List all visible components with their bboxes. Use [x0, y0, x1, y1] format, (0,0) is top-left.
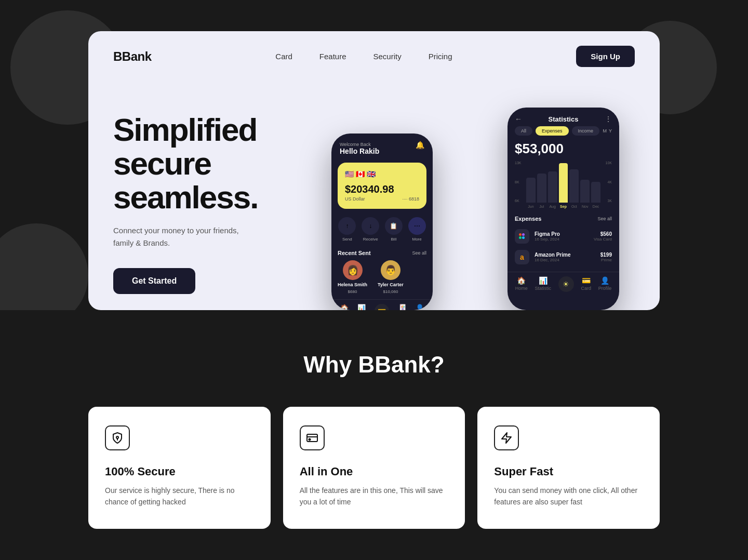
feature-secure: 100% Secure Our service is highly secure… — [88, 407, 271, 529]
p1-person-name-0: Helena Smith — [338, 282, 367, 287]
p1-nav-profile[interactable]: 👤 — [416, 304, 424, 310]
amazon-info: Amazon Prime 16 Dec, 2024 — [535, 252, 595, 262]
phone-home: Welcome Back Hello Rakib 🔔 🇺🇸🇨🇦🇬🇧 $20340… — [331, 134, 433, 310]
p1-person-amount-0: $680 — [348, 289, 357, 294]
tab-expenses[interactable]: Expenses — [536, 126, 569, 136]
expense-figma: Figma Pro 16 Sep, 2024 $560 Visa Card — [507, 226, 619, 247]
p1-action-receive[interactable]: ↓ Receive — [362, 217, 379, 242]
home-icon: 🏠 — [340, 304, 349, 310]
p1-card-num: ···· 6818 — [402, 196, 419, 202]
send-icon: ↑ — [338, 217, 356, 235]
card-icon: 🃏 — [398, 304, 407, 310]
p1-actions: ↑ Send ↓ Receive 📋 Bill ⋯ More — [331, 212, 433, 247]
bar-jun — [526, 178, 536, 203]
more-icon: ⋯ — [408, 217, 426, 235]
p1-see-all[interactable]: See all — [412, 250, 426, 256]
why-title: Why BBank? — [88, 352, 660, 378]
feature-fast-title: Super Fast — [494, 465, 643, 478]
period-y[interactable]: Y — [609, 128, 612, 134]
feature-allinone-desc: All the features are in this one, This w… — [300, 485, 449, 508]
signup-button[interactable]: Sign Up — [576, 46, 635, 67]
svg-point-6 — [309, 439, 310, 441]
p2-nav-profile[interactable]: 👤 Profile — [598, 276, 612, 293]
bar-nov-fill — [580, 180, 590, 203]
p1-bottom-nav: 🏠 📊 💳 🃏 👤 — [331, 299, 433, 310]
p2-bar-labels: Jun Jul Aug Sep Oct Nov Dec — [526, 205, 600, 208]
p2-big-amount: $53,000 — [507, 141, 619, 161]
bar-aug — [548, 171, 557, 203]
phones-container: Welcome Back Hello Rakib 🔔 🇺🇸🇨🇦🇬🇧 $20340… — [331, 92, 635, 310]
p1-name: Hello Rakib — [340, 147, 424, 155]
nav-item-pricing[interactable]: Pricing — [429, 52, 452, 61]
profile-icon: 👤 — [416, 304, 424, 310]
nav-item-card[interactable]: Card — [275, 52, 292, 61]
p2-bottom-nav: 🏠 Home 📊 Statistic ☀ 💳 Card — [507, 272, 619, 297]
stat-icon: 📊 — [357, 304, 366, 310]
p1-welcome: Welcome Back — [340, 142, 424, 147]
p1-recent: Recent Sent See all 👩 Helena Smith $680 … — [331, 247, 433, 297]
recent-title: Recent Sent — [338, 250, 371, 256]
p2-see-all[interactable]: See all — [597, 216, 612, 221]
more-options-icon[interactable]: ⋮ — [605, 115, 612, 123]
feature-secure-title: 100% Secure — [105, 465, 254, 478]
expense-amazon: a Amazon Prime 16 Dec, 2024 $199 Prime — [507, 247, 619, 268]
p2-nav-home[interactable]: 🏠 Home — [515, 276, 528, 293]
back-icon[interactable]: ← — [515, 115, 522, 123]
allinone-icon-wrap — [300, 425, 325, 450]
p1-nav-stat[interactable]: 📊 — [357, 304, 366, 310]
profile-nav-icon: 👤 — [600, 276, 609, 285]
p1-nav-card[interactable]: 🃏 — [398, 304, 407, 310]
bar-jul — [537, 174, 546, 203]
hero-subtitle: Connect your money to your friends, fami… — [113, 224, 259, 249]
hero-text: Simplified secure seamless. Connect your… — [113, 92, 311, 294]
p2-bars — [526, 161, 600, 203]
svg-rect-5 — [307, 434, 317, 442]
card-nav-icon: 💳 — [582, 276, 591, 285]
nav-item-security[interactable]: Security — [373, 52, 402, 61]
p2-expenses-title: Expenses — [515, 216, 541, 222]
svg-rect-1 — [519, 236, 522, 239]
p1-card: 🇺🇸🇨🇦🇬🇧 $20340.98 US Dollar ···· 6818 — [338, 163, 426, 209]
bar-dec — [591, 182, 600, 203]
feature-allinone: All in One All the features are in this … — [283, 407, 465, 529]
nav-item-feature[interactable]: Feature — [319, 52, 346, 61]
p1-action-send[interactable]: ↑ Send — [338, 217, 356, 242]
hero-section: BBank Card Feature Security Pricing Sign… — [88, 31, 660, 310]
receive-icon: ↓ — [362, 217, 379, 235]
bill-icon: 📋 — [385, 217, 403, 235]
svg-point-3 — [522, 236, 525, 239]
p2-statistics-title: Statistics — [549, 115, 579, 123]
p2-header: ← Statistics ⋮ — [507, 108, 619, 126]
p1-nav-pay[interactable]: 💳 — [375, 304, 389, 310]
secure-icon-wrap — [105, 425, 130, 450]
p1-action-more[interactable]: ⋯ More — [408, 217, 426, 242]
p2-chart-area: 13K 8K 6K 10K 4K 3K — [507, 161, 619, 208]
p2-nav-card[interactable]: 💳 Card — [581, 276, 591, 293]
figma-icon — [515, 229, 529, 244]
p2-expenses-header: Expenses See all — [507, 212, 619, 226]
feature-fast-desc: You can send money with one click, All o… — [494, 485, 643, 508]
logo: BBank — [113, 49, 152, 64]
get-started-button[interactable]: Get Started — [113, 268, 195, 294]
p1-action-bill[interactable]: 📋 Bill — [385, 217, 403, 242]
p1-person-0: 👩 Helena Smith $680 — [338, 260, 367, 294]
features-grid: 100% Secure Our service is highly secure… — [88, 407, 660, 529]
p2-nav-center[interactable]: ☀ — [558, 276, 574, 293]
period-m[interactable]: M — [603, 128, 607, 134]
figma-info: Figma Pro 16 Sep, 2024 — [535, 231, 589, 242]
why-section: Why BBank? 100% Secure Our service is hi… — [0, 310, 748, 560]
p1-nav-home[interactable]: 🏠 — [340, 304, 349, 310]
statistic-nav-icon: 📊 — [539, 276, 547, 285]
fast-icon-wrap — [494, 425, 519, 450]
p1-person-1: 👨 Tyler Carter $10,060 — [378, 260, 404, 294]
bar-aug-fill — [548, 171, 557, 203]
p2-tabs: All Expenses Income M Y — [507, 126, 619, 141]
p1-person-name-1: Tyler Carter — [378, 282, 404, 287]
bell-icon: 🔔 — [416, 141, 424, 149]
svg-marker-7 — [502, 433, 511, 443]
tab-income[interactable]: Income — [572, 126, 600, 136]
pay-icon: 💳 — [375, 304, 389, 310]
p2-nav-statistic[interactable]: 📊 Statistic — [535, 276, 552, 293]
tab-all[interactable]: All — [515, 126, 532, 136]
hero-title: Simplified secure seamless. — [113, 113, 311, 214]
